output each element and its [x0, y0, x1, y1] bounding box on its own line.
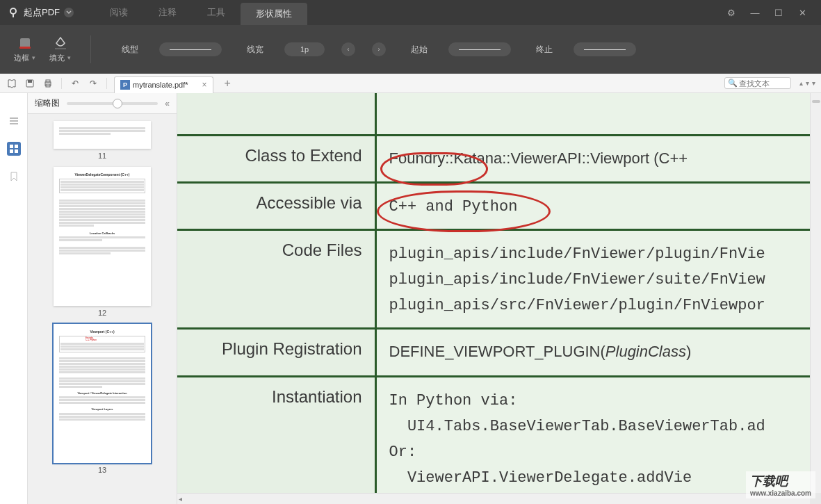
svg-rect-10 [10, 120, 18, 122]
svg-rect-3 [55, 48, 66, 49]
file-close-icon[interactable]: × [202, 80, 206, 90]
search-input[interactable] [739, 79, 788, 88]
maximize-icon[interactable]: ☐ [772, 8, 785, 18]
file-toolbar: ↶ ↷ P mytranslate.pdf* × + 🔍 ▴ ▾ ▾ [0, 74, 821, 93]
search-next-icon[interactable]: ▾ [806, 79, 809, 87]
document-page[interactable]: Class to Extend Foundry::Katana::ViewerA… [177, 93, 810, 493]
search-box[interactable]: 🔍 [724, 77, 791, 89]
settings-icon[interactable]: ⚙ [725, 8, 738, 18]
row-value: In Python via: UI4.Tabs.BaseViewerTab.Ba… [375, 376, 810, 493]
app-logo-icon [7, 6, 19, 19]
thumbnail-header: 缩略图 « [28, 93, 177, 114]
row-value: Foundry::Katana::ViewerAPI::Viewport (C+… [375, 135, 810, 182]
window-controls: ⚙ — ☐ ✕ [725, 8, 821, 18]
tab-shape-properties[interactable]: 形状属性 [241, 3, 307, 25]
svg-rect-14 [10, 149, 13, 153]
search-prev-icon[interactable]: ▴ [799, 79, 803, 87]
bookmark-icon[interactable] [7, 170, 21, 184]
separator [106, 78, 107, 89]
undo-icon[interactable]: ↶ [69, 77, 81, 90]
thumbnail-page[interactable]: Viewport (C++) Foundry C++ Python Viewpo… [35, 324, 170, 474]
search-nav: ▴ ▾ ▾ [799, 79, 815, 87]
close-icon[interactable]: ✕ [796, 8, 808, 18]
page-number: 11 [35, 152, 170, 160]
thumbnail-page[interactable]: 11 [35, 121, 170, 160]
thumbnail-page[interactable]: ViewerDelegateComponent (C++) Location C… [35, 167, 170, 317]
row-label: Code Files [177, 229, 375, 329]
line-width-label: 线宽 [247, 44, 263, 56]
thumbnails-icon[interactable] [7, 142, 21, 156]
row-value: DEFINE_VIEWPORT_PLUGIN(PluginClass) [375, 329, 810, 376]
page-number: 12 [35, 309, 170, 317]
tab-annotate[interactable]: 注释 [143, 0, 192, 25]
fill-label: 填充 [49, 53, 71, 63]
fill-tool[interactable]: 填充 [49, 36, 71, 63]
svg-rect-2 [19, 47, 31, 49]
thumbnail-title: 缩略图 [35, 97, 60, 109]
svg-rect-13 [15, 145, 18, 148]
page-number: 13 [35, 466, 170, 474]
svg-rect-5 [28, 80, 32, 83]
shape-properties-bar: 边框 填充 线型 线宽 1p ‹ › 起始 终止 [0, 25, 821, 74]
main-tabs: 阅读 注释 工具 形状属性 [95, 0, 307, 25]
app-title: 起点PDF [24, 6, 60, 19]
file-tab[interactable]: P mytranslate.pdf* × [114, 76, 213, 93]
svg-rect-1 [20, 38, 30, 48]
start-cap-label: 起始 [411, 44, 428, 56]
row-label: Accessible via [177, 182, 375, 229]
horizontal-scrollbar[interactable]: ◂ [177, 493, 810, 504]
row-label: Instantiation [177, 376, 375, 493]
minimize-icon[interactable]: — [749, 8, 761, 18]
document-view: Class to Extend Foundry::Katana::ViewerA… [177, 93, 821, 504]
search-menu-icon[interactable]: ▾ [812, 79, 815, 87]
vertical-scrollbar[interactable] [810, 93, 821, 493]
thumbnail-panel: 缩略图 « 11 ViewerDelegateComponent (C++) L… [28, 93, 177, 504]
print-icon[interactable] [42, 77, 54, 90]
new-tab-icon[interactable]: + [225, 77, 231, 90]
width-next-icon[interactable]: › [372, 42, 386, 56]
border-tool[interactable]: 边框 [14, 36, 35, 63]
border-label: 边框 [14, 53, 35, 63]
separator [61, 78, 62, 89]
doc-table: Class to Extend Foundry::Katana::ViewerA… [177, 93, 810, 493]
thumbnail-close-icon[interactable]: « [165, 99, 170, 108]
svg-rect-11 [10, 123, 18, 124]
left-rail [0, 93, 28, 504]
thumbnail-zoom-slider[interactable] [67, 102, 158, 105]
end-cap-select[interactable] [574, 42, 636, 56]
tab-tools[interactable]: 工具 [192, 0, 241, 25]
outline-icon[interactable] [7, 114, 21, 128]
redo-icon[interactable]: ↷ [87, 77, 99, 90]
line-width-value[interactable]: 1p [284, 42, 325, 56]
start-cap-select[interactable] [448, 42, 511, 56]
book-icon[interactable] [6, 77, 18, 90]
row-label: Class to Extend [177, 135, 375, 182]
thumbnail-list[interactable]: 11 ViewerDelegateComponent (C++) Locatio… [28, 114, 177, 504]
line-type-label: 线型 [122, 44, 138, 56]
tab-read[interactable]: 阅读 [95, 0, 143, 25]
save-icon[interactable] [24, 77, 36, 90]
svg-rect-15 [15, 149, 18, 153]
titlebar: 起点PDF 阅读 注释 工具 形状属性 ⚙ — ☐ ✕ [0, 0, 821, 25]
watermark: 下载吧www.xiazaiba.com [746, 471, 815, 498]
line-type-select[interactable] [159, 42, 222, 56]
svg-point-0 [10, 8, 16, 14]
row-value: C++ and Python [375, 182, 810, 229]
separator [90, 35, 91, 63]
pdf-icon: P [120, 80, 130, 90]
row-value: plugin_apis/include/FnViewer/plugin/FnVi… [375, 229, 810, 329]
app-menu-icon[interactable] [64, 8, 74, 17]
search-icon: 🔍 [728, 79, 738, 88]
svg-rect-7 [46, 80, 50, 82]
svg-rect-12 [10, 145, 13, 148]
main-area: 缩略图 « 11 ViewerDelegateComponent (C++) L… [0, 93, 821, 504]
file-name: mytranslate.pdf* [133, 81, 188, 89]
width-prev-icon[interactable]: ‹ [341, 42, 355, 56]
svg-rect-9 [10, 117, 18, 119]
end-cap-label: 终止 [536, 44, 553, 56]
row-label: Plugin Registration [177, 329, 375, 376]
